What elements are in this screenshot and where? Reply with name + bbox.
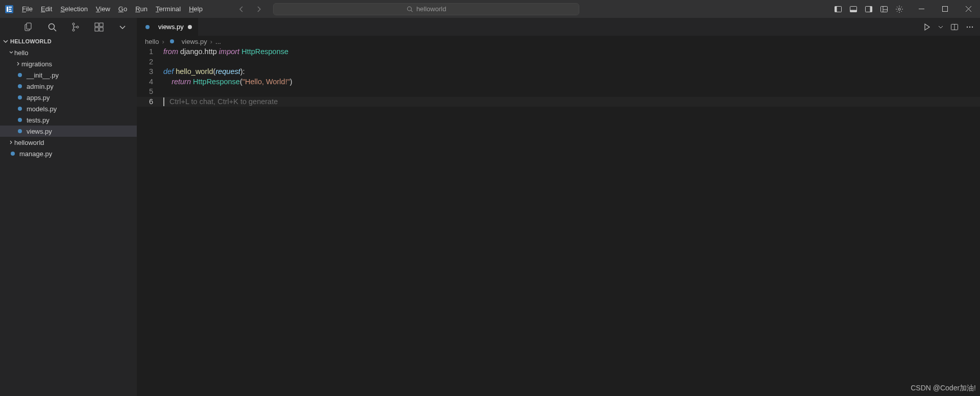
chevron-down-icon[interactable] xyxy=(117,22,128,32)
chevron-down-icon xyxy=(8,50,14,56)
editor-actions xyxy=(923,18,980,36)
file-item[interactable]: manage.py xyxy=(0,148,137,159)
split-editor-icon[interactable] xyxy=(950,23,959,31)
svg-line-24 xyxy=(54,29,57,31)
chevron-down-icon xyxy=(2,38,9,45)
code-line[interactable]: 4 return HttpResponse("Hello, World!") xyxy=(137,77,980,87)
file-item[interactable]: __init__.py xyxy=(0,69,137,81)
folder-item[interactable]: helloworld xyxy=(0,137,137,148)
app-icon xyxy=(0,5,18,14)
editor-area: views.py hello › views.py › ... 1from dj… xyxy=(137,18,980,396)
menu-terminal[interactable]: Terminal xyxy=(152,0,185,18)
code-line[interactable]: 3def hello_world(request): xyxy=(137,67,980,77)
menu-help[interactable]: Help xyxy=(185,0,207,18)
watermark: CSDN @Coder加油! xyxy=(911,384,976,393)
svg-rect-1 xyxy=(7,7,8,12)
menu-bar: FileEditSelectionViewGoRunTerminalHelp xyxy=(18,0,207,18)
file-item[interactable]: tests.py xyxy=(0,114,137,126)
line-content[interactable]: return HttpResponse("Hello, World!") xyxy=(163,77,292,87)
file-item[interactable]: apps.py xyxy=(0,92,137,103)
svg-rect-30 xyxy=(95,28,99,31)
python-file-icon xyxy=(8,152,17,156)
svg-point-25 xyxy=(72,23,75,25)
tree-label: views.py xyxy=(27,128,52,135)
more-actions-icon[interactable] xyxy=(966,23,974,31)
tree-label: tests.py xyxy=(27,116,50,124)
svg-point-16 xyxy=(898,8,900,10)
dirty-indicator-icon xyxy=(188,25,192,29)
code-editor[interactable]: 1from django.http import HttpResponse23d… xyxy=(137,47,980,107)
python-file-icon xyxy=(15,95,24,100)
explorer-folder-header[interactable]: HELLOWORLD xyxy=(0,36,137,47)
tab-label: views.py xyxy=(158,23,184,31)
search-text: helloworld xyxy=(416,5,447,13)
tree-label: hello xyxy=(14,49,28,57)
folder-item[interactable]: hello xyxy=(0,47,137,58)
run-dropdown-icon[interactable] xyxy=(938,24,943,30)
tree-label: apps.py xyxy=(27,94,50,102)
line-number: 3 xyxy=(137,67,163,77)
svg-rect-8 xyxy=(835,6,837,12)
tree-label: __init__.py xyxy=(27,71,59,79)
breadcrumb[interactable]: hello › views.py › ... xyxy=(137,36,980,47)
python-file-icon xyxy=(15,118,24,122)
explorer-search-icon[interactable] xyxy=(47,22,57,32)
tree-label: models.py xyxy=(27,105,57,113)
svg-rect-22 xyxy=(27,23,31,29)
menu-selection[interactable]: Selection xyxy=(56,0,91,18)
line-number: 5 xyxy=(137,87,163,97)
window-controls xyxy=(910,0,980,18)
svg-rect-10 xyxy=(850,10,857,12)
python-file-icon xyxy=(15,107,24,111)
explorer-sidebar: HELLOWORLD hellomigrations__init__.pyadm… xyxy=(0,18,137,396)
code-line[interactable]: 2 xyxy=(137,57,980,67)
line-content[interactable]: from django.http import HttpResponse xyxy=(163,47,288,57)
menu-file[interactable]: File xyxy=(18,0,37,18)
menu-run[interactable]: Run xyxy=(131,0,152,18)
line-content[interactable]: def hello_world(request): xyxy=(163,67,245,77)
source-control-icon[interactable] xyxy=(70,22,81,32)
python-file-icon xyxy=(143,25,152,29)
settings-gear-icon[interactable] xyxy=(895,5,903,13)
svg-rect-13 xyxy=(881,6,888,12)
file-item[interactable]: admin.py xyxy=(0,81,137,92)
svg-rect-29 xyxy=(100,23,103,27)
line-number: 4 xyxy=(137,77,163,87)
explorer-title: HELLOWORLD xyxy=(10,38,52,44)
maximize-button[interactable] xyxy=(933,0,957,18)
folder-item[interactable]: migrations xyxy=(0,58,137,69)
breadcrumb-part[interactable]: views.py xyxy=(182,38,207,45)
command-center-search[interactable]: helloworld xyxy=(273,3,579,15)
minimize-button[interactable] xyxy=(910,0,933,18)
svg-rect-3 xyxy=(9,9,11,10)
code-line[interactable]: 1from django.http import HttpResponse xyxy=(137,47,980,57)
line-number: 1 xyxy=(137,47,163,57)
run-icon[interactable] xyxy=(923,23,931,31)
file-item[interactable]: views.py xyxy=(0,126,137,137)
toggle-primary-sidebar-icon[interactable] xyxy=(834,5,842,13)
menu-view[interactable]: View xyxy=(92,0,114,18)
toggle-secondary-sidebar-icon[interactable] xyxy=(865,5,873,13)
svg-rect-4 xyxy=(9,11,12,12)
nav-back-icon[interactable] xyxy=(237,5,246,13)
tab-views-py[interactable]: views.py xyxy=(137,18,199,36)
menu-go[interactable]: Go xyxy=(114,0,131,18)
line-number: 2 xyxy=(137,57,163,67)
svg-line-6 xyxy=(411,10,412,12)
svg-point-26 xyxy=(72,29,75,31)
toggle-panel-icon[interactable] xyxy=(849,5,857,13)
file-item[interactable]: models.py xyxy=(0,103,137,114)
python-file-icon xyxy=(15,73,24,77)
breadcrumb-part[interactable]: ... xyxy=(215,38,221,45)
code-line[interactable]: 5 xyxy=(137,87,980,97)
tree-label: migrations xyxy=(21,60,52,68)
customize-layout-icon[interactable] xyxy=(880,5,888,13)
new-file-icon[interactable] xyxy=(23,22,34,32)
svg-point-27 xyxy=(77,26,79,28)
extensions-icon[interactable] xyxy=(94,22,104,32)
nav-forward-icon[interactable] xyxy=(255,5,263,13)
chevron-right-icon: › xyxy=(162,38,164,45)
close-button[interactable] xyxy=(957,0,980,18)
breadcrumb-part[interactable]: hello xyxy=(145,38,159,45)
menu-edit[interactable]: Edit xyxy=(37,0,56,18)
